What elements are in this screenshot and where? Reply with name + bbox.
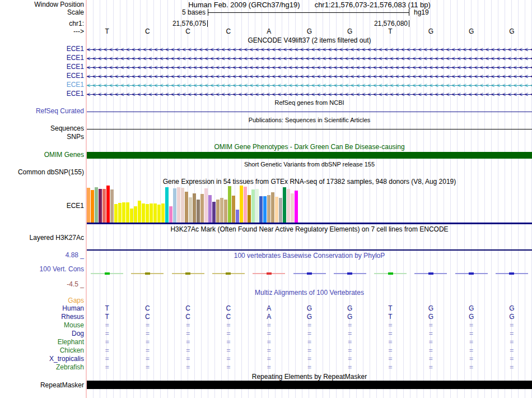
alignment-gap[interactable]: = <box>168 330 208 337</box>
gtex-bar[interactable] <box>236 210 239 223</box>
gtex-bar[interactable] <box>197 200 200 223</box>
species-label[interactable]: X_tropicalis <box>0 355 84 363</box>
alignment-gap[interactable]: = <box>370 339 410 346</box>
alignment-gap[interactable]: = <box>289 364 329 371</box>
alignment-base[interactable]: C <box>127 305 167 312</box>
alignment-base[interactable]: G <box>492 313 532 321</box>
gtex-bar[interactable] <box>87 188 90 223</box>
gtex-bar[interactable] <box>193 193 196 223</box>
alignment-gap[interactable]: = <box>451 347 491 354</box>
alignment-gap[interactable]: = <box>289 355 329 363</box>
alignment-base[interactable]: G <box>451 305 491 312</box>
gtex-bar[interactable] <box>216 200 220 223</box>
phylop-mark-core[interactable] <box>469 272 474 275</box>
alignment-gap[interactable]: = <box>127 347 167 354</box>
alignment-gap[interactable]: = <box>127 364 167 371</box>
alignment-gap[interactable]: = <box>492 355 532 363</box>
gtex-bar[interactable] <box>255 189 259 223</box>
gencode-gene-label[interactable]: ECE1 <box>0 54 84 62</box>
alignment-gap[interactable]: = <box>330 322 370 329</box>
gencode-transcript[interactable]: <<<<<<<<<<<<<<<<<<<<<<<<<<<<<<<<<<<<<<<<… <box>87 55 532 62</box>
alignment-base[interactable]: G <box>410 305 451 312</box>
repeatmasker-label[interactable]: RepeatMasker <box>0 382 84 389</box>
phylop-mark-core[interactable] <box>185 272 190 275</box>
alignment-base[interactable]: G <box>410 313 451 321</box>
gtex-bar[interactable] <box>212 202 216 223</box>
gtex-bar[interactable] <box>259 196 263 223</box>
gtex-bar[interactable] <box>146 204 149 223</box>
alignment-gap[interactable]: = <box>451 322 491 329</box>
alignment-gap[interactable]: = <box>208 364 249 371</box>
gtex-bar[interactable] <box>153 203 157 223</box>
phylop-mark-core[interactable] <box>509 272 514 275</box>
alignment-gap[interactable]: = <box>370 330 410 337</box>
gtex-baseline[interactable] <box>87 223 532 224</box>
alignment-gap[interactable]: = <box>249 364 289 371</box>
gencode-transcript[interactable]: <<<<<<<<<<<<<<<<<<<<<<<<<<<<<<<<<<<<<<<<… <box>87 91 532 98</box>
alignment-base[interactable]: G <box>492 305 532 312</box>
alignment-gap[interactable]: = <box>168 347 208 354</box>
alignment-gap[interactable]: = <box>410 330 451 337</box>
alignment-base[interactable]: G <box>330 313 370 321</box>
gencode-transcript[interactable]: <<<<<<<<<<<<<<<<<<<<<<<<<<<<<<<<<<<<<<<<… <box>87 46 532 53</box>
alignment-gap[interactable]: = <box>289 339 329 346</box>
alignment-gap[interactable]: = <box>492 339 532 346</box>
gtex-bar[interactable] <box>291 193 294 223</box>
gtex-bar[interactable] <box>173 188 176 223</box>
gtex-bar[interactable] <box>118 203 122 223</box>
gencode-gene-label[interactable]: ECE1 <box>0 81 84 89</box>
alignment-gap[interactable]: = <box>208 339 249 346</box>
alignment-base[interactable]: C <box>208 313 249 321</box>
alignment-gap[interactable]: = <box>330 330 370 337</box>
alignment-gap[interactable]: = <box>127 330 167 337</box>
alignment-gap[interactable]: = <box>87 364 127 371</box>
alignment-gap[interactable]: = <box>370 347 410 354</box>
alignment-base[interactable]: C <box>168 305 208 312</box>
gtex-bar[interactable] <box>287 189 290 223</box>
gtex-bar[interactable] <box>244 187 247 223</box>
species-label[interactable]: Dog <box>0 330 84 337</box>
alignment-base[interactable]: A <box>249 313 289 321</box>
alignment-gap[interactable]: = <box>370 355 410 363</box>
alignment-base[interactable]: T <box>370 305 410 312</box>
alignment-gap[interactable]: = <box>492 364 532 371</box>
gencode-gene-label[interactable]: ECE1 <box>0 90 84 98</box>
h3k27ac-baseline[interactable] <box>87 249 532 251</box>
alignment-base[interactable]: G <box>289 313 329 321</box>
gtex-bar[interactable] <box>263 196 267 223</box>
alignment-base[interactable]: T <box>87 313 127 321</box>
phylop-mark-core[interactable] <box>388 272 393 275</box>
alignment-gap[interactable]: = <box>208 347 249 354</box>
species-label[interactable]: Zebrafish <box>0 364 84 371</box>
gencode-gene-label[interactable]: ECE1 <box>0 63 84 71</box>
gtex-bar[interactable] <box>177 187 180 223</box>
species-label[interactable]: Human <box>0 305 84 312</box>
base-letter[interactable]: T <box>370 28 410 35</box>
gtex-bar[interactable] <box>251 189 255 223</box>
sequences-track-line[interactable] <box>87 129 532 129</box>
base-letter[interactable]: A <box>249 28 289 35</box>
alignment-gap[interactable]: = <box>127 322 167 329</box>
base-letter[interactable]: G <box>410 28 451 35</box>
alignment-gap[interactable]: = <box>249 347 289 354</box>
alignment-gap[interactable]: = <box>249 339 289 346</box>
gtex-bar[interactable] <box>283 187 286 223</box>
gencode-transcript[interactable]: <<<<<<<<<<<<<<<<<<<<<<<<<<<<<<<<<<<<<<<<… <box>87 73 532 80</box>
alignment-gap[interactable]: = <box>410 364 451 371</box>
gtex-bar[interactable] <box>271 192 274 223</box>
alignment-gap[interactable]: = <box>168 322 208 329</box>
alignment-gap[interactable]: = <box>492 322 532 329</box>
gtex-bar[interactable] <box>275 197 278 223</box>
gtex-bar[interactable] <box>138 201 141 223</box>
alignment-gap[interactable]: = <box>451 330 491 337</box>
omim-gene-bar[interactable] <box>87 152 532 159</box>
gtex-bar[interactable] <box>126 202 129 223</box>
phylop-mark-core[interactable] <box>105 272 110 275</box>
gtex-bar[interactable] <box>91 190 94 223</box>
gtex-bar[interactable] <box>224 200 227 223</box>
base-letter[interactable]: G <box>492 28 532 35</box>
alignment-base[interactable]: G <box>330 305 370 312</box>
phylop-mark-core[interactable] <box>347 272 352 275</box>
gtex-gene-label[interactable]: ECE1 <box>0 202 84 210</box>
alignment-gap[interactable]: = <box>370 322 410 329</box>
